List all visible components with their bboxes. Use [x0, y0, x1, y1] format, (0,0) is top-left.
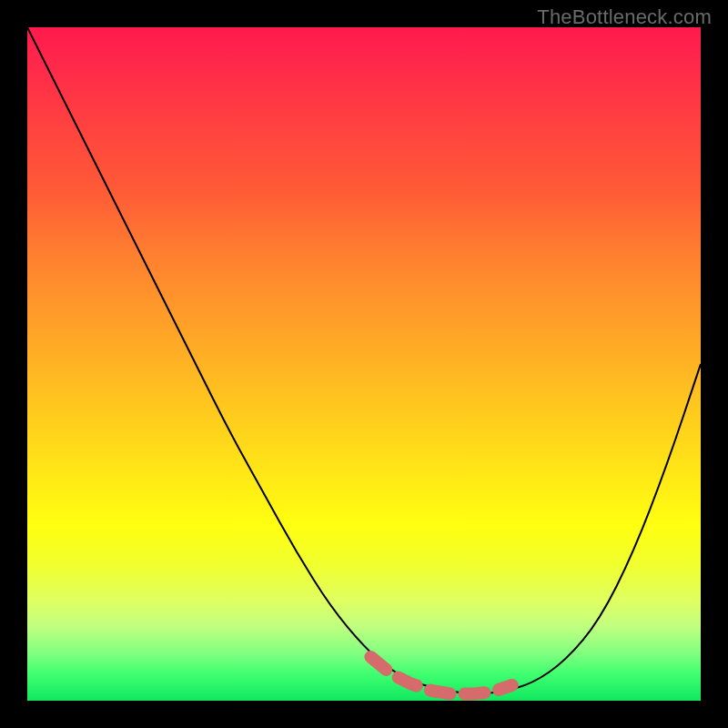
curve-svg	[27, 27, 701, 701]
bottleneck-curve	[27, 27, 701, 693]
plot-area	[27, 27, 701, 701]
watermark-text: TheBottleneck.com	[537, 5, 712, 29]
optimal-range-markers	[370, 657, 511, 694]
chart-container: TheBottleneck.com	[0, 0, 728, 728]
